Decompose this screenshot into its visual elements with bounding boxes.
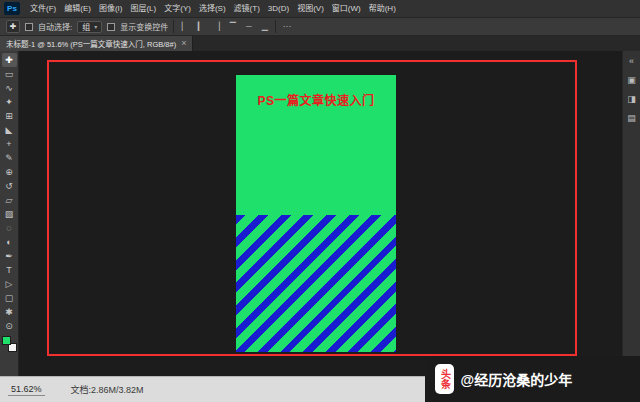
tools-panel: ✚ ▭ ∿ ✦ ⊞ ◣ + ✎ ⊕ ↺ ▱ ▨ ◌ ◐ ✒ T ▷ ▢ ✱ ⊙ bbox=[0, 51, 19, 376]
menu-item-image[interactable]: 图像(I) bbox=[95, 0, 127, 17]
show-transform-label: 显示变换控件 bbox=[120, 21, 168, 32]
canvas-area[interactable]: PS一篇文章快速入门 bbox=[19, 51, 622, 376]
watermark: 头条 @经历沧桑的少年 bbox=[425, 356, 640, 402]
poster-title: PS一篇文章快速入门 bbox=[236, 75, 396, 108]
auto-select-dropdown[interactable]: 组 ▾ bbox=[77, 21, 102, 33]
menu-item-edit[interactable]: 编辑(E) bbox=[60, 0, 95, 17]
separator bbox=[275, 20, 276, 33]
chevron-down-icon: ▾ bbox=[94, 23, 97, 30]
layers-panel-icon[interactable]: ▤ bbox=[625, 111, 639, 124]
document-tab[interactable]: 未标题-1 @ 51.6% (PS一篇文章快速入门, RGB/8#) × bbox=[0, 36, 193, 51]
close-icon[interactable]: × bbox=[181, 39, 186, 48]
blur-tool[interactable]: ◌ bbox=[2, 221, 17, 235]
auto-select-label: 自动选择: bbox=[38, 21, 72, 32]
workspace: ✚ ▭ ∿ ✦ ⊞ ◣ + ✎ ⊕ ↺ ▱ ▨ ◌ ◐ ✒ T ▷ ▢ ✱ ⊙ bbox=[0, 51, 640, 376]
foreground-color-swatch[interactable] bbox=[2, 336, 11, 345]
align-bottom-icon[interactable]: ▁ bbox=[259, 21, 270, 33]
options-bar: ✚ 自动选择: 组 ▾ 显示变换控件 ▏ ▎ ▕ ▔ ─ ▁ ⋯ bbox=[0, 18, 640, 36]
menu-item-3d[interactable]: 3D(D) bbox=[264, 0, 293, 17]
eyedropper-tool[interactable]: ◣ bbox=[2, 123, 17, 137]
document-tab-bar: 未标题-1 @ 51.6% (PS一篇文章快速入门, RGB/8#) × bbox=[0, 36, 640, 51]
align-right-icon[interactable]: ▕ bbox=[211, 21, 222, 33]
history-brush-tool[interactable]: ↺ bbox=[2, 179, 17, 193]
dodge-tool[interactable]: ◐ bbox=[2, 235, 17, 249]
eraser-tool[interactable]: ▱ bbox=[2, 193, 17, 207]
panel-dock: « ▣ ◨ ▤ bbox=[622, 51, 640, 376]
menu-item-window[interactable]: 窗口(W) bbox=[328, 0, 365, 17]
poster-artwork: PS一篇文章快速入门 bbox=[236, 75, 396, 352]
quick-selection-tool[interactable]: ✦ bbox=[2, 95, 17, 109]
healing-brush-tool[interactable]: + bbox=[2, 137, 17, 151]
lasso-tool[interactable]: ∿ bbox=[2, 81, 17, 95]
align-top-icon[interactable]: ▔ bbox=[227, 21, 238, 33]
diagonal-stripes-pattern bbox=[236, 215, 396, 352]
photoshop-window: Ps 文件(F) 编辑(E) 图像(I) 图层(L) 文字(Y) 选择(S) 滤… bbox=[0, 0, 640, 402]
properties-panel-icon[interactable]: ◨ bbox=[625, 92, 639, 105]
menu-item-type[interactable]: 文字(Y) bbox=[160, 0, 195, 17]
menu-item-help[interactable]: 帮助(H) bbox=[365, 0, 400, 17]
auto-select-checkbox[interactable] bbox=[25, 23, 33, 31]
document-size-info: 文档:2.86M/3.82M bbox=[71, 383, 144, 396]
zoom-tool[interactable]: ⊙ bbox=[2, 319, 17, 333]
align-vcenter-icon[interactable]: ─ bbox=[243, 21, 254, 33]
more-options-icon[interactable]: ⋯ bbox=[281, 21, 292, 33]
auto-select-value: 组 bbox=[82, 21, 90, 32]
align-left-icon[interactable]: ▏ bbox=[179, 21, 190, 33]
path-selection-tool[interactable]: ▷ bbox=[2, 277, 17, 291]
menu-bar: Ps 文件(F) 编辑(E) 图像(I) 图层(L) 文字(Y) 选择(S) 滤… bbox=[0, 0, 640, 18]
tool-preset-icon[interactable]: ✚ bbox=[6, 20, 20, 33]
show-transform-checkbox[interactable] bbox=[107, 23, 115, 31]
collapse-panels-icon[interactable]: « bbox=[625, 54, 639, 67]
menu-item-file[interactable]: 文件(F) bbox=[26, 0, 60, 17]
separator bbox=[173, 20, 174, 33]
photoshop-logo: Ps bbox=[4, 2, 20, 15]
rectangle-tool[interactable]: ▢ bbox=[2, 291, 17, 305]
color-panel-icon[interactable]: ▣ bbox=[625, 73, 639, 86]
crop-tool[interactable]: ⊞ bbox=[2, 109, 17, 123]
menu-item-view[interactable]: 视图(V) bbox=[293, 0, 328, 17]
align-hcenter-icon[interactable]: ▎ bbox=[195, 21, 206, 33]
watermark-handle: @经历沧桑的少年 bbox=[461, 369, 573, 389]
brush-tool[interactable]: ✎ bbox=[2, 151, 17, 165]
pen-tool[interactable]: ✒ bbox=[2, 249, 17, 263]
hand-tool[interactable]: ✱ bbox=[2, 305, 17, 319]
toutiao-logo: 头条 bbox=[435, 364, 454, 394]
type-tool[interactable]: T bbox=[2, 263, 17, 277]
gradient-tool[interactable]: ▨ bbox=[2, 207, 17, 221]
menu-item-layer[interactable]: 图层(L) bbox=[126, 0, 160, 17]
menu-item-select[interactable]: 选择(S) bbox=[195, 0, 230, 17]
document-tab-title: 未标题-1 @ 51.6% (PS一篇文章快速入门, RGB/8#) bbox=[6, 38, 176, 49]
color-swatches bbox=[2, 336, 17, 352]
rectangular-marquee-tool[interactable]: ▭ bbox=[2, 67, 17, 81]
zoom-level-field[interactable]: 51.62% bbox=[8, 383, 45, 396]
clone-stamp-tool[interactable]: ⊕ bbox=[2, 165, 17, 179]
menu-item-filter[interactable]: 滤镜(T) bbox=[230, 0, 264, 17]
move-tool[interactable]: ✚ bbox=[2, 53, 17, 67]
